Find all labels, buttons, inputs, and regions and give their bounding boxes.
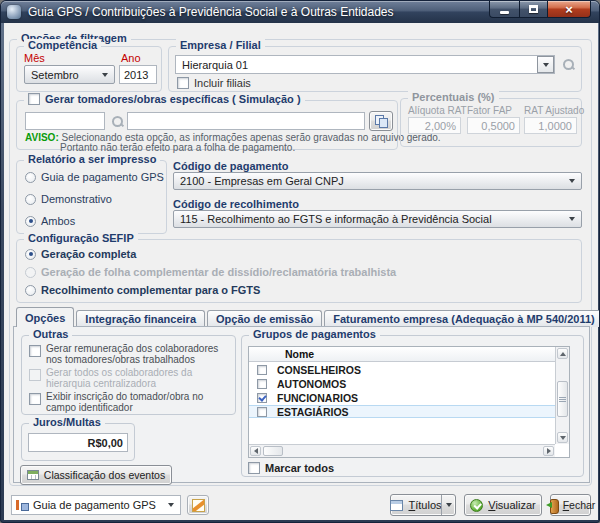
app-icon: [7, 5, 21, 19]
scroll-up-button[interactable]: [557, 348, 568, 359]
juros-multas-input[interactable]: R$0,00: [28, 433, 128, 452]
radio-icon[interactable]: [25, 216, 36, 227]
scroll-left-button[interactable]: [250, 446, 261, 456]
group-title: Juros/Multas: [29, 416, 105, 428]
tomador-code-input[interactable]: [25, 112, 105, 130]
chevron-down-icon: [569, 179, 575, 183]
group-title: Percentuais (%): [408, 91, 499, 103]
caption-buttons: ×: [489, 1, 591, 18]
titlebar[interactable]: Guia GPS / Contribuições à Previdência S…: [1, 1, 599, 23]
aliquota-rat-input: 2,00%: [408, 117, 461, 134]
tab-opcoes[interactable]: Opções: [16, 307, 74, 327]
year-label: Ano: [121, 52, 141, 64]
minimize-button[interactable]: [489, 1, 519, 18]
fechar-button[interactable]: Fechar: [550, 494, 591, 516]
scroll-right-button[interactable]: [543, 446, 554, 456]
titulos-dropdown-button[interactable]: [441, 495, 455, 515]
incluir-filiais-checkbox[interactable]: [177, 77, 189, 89]
classificacao-eventos-button[interactable]: Classificação dos eventos: [20, 465, 172, 485]
row-checkbox[interactable]: [257, 393, 267, 403]
codigo-recolhimento-select[interactable]: 115 - Recolhimento ao FGTS e informação …: [173, 210, 582, 228]
preview-check-icon: [470, 499, 483, 512]
checkbox-gerar-todos-hierarquia: Gerar todos os colaboradores da hierarqu…: [29, 367, 229, 389]
year-input[interactable]: 2013: [119, 65, 157, 84]
exit-door-icon: [546, 499, 559, 512]
dialog-window: Guia GPS / Contribuições à Previdência S…: [0, 0, 600, 523]
radio-icon[interactable]: [25, 249, 36, 260]
tab-opcao-emissao[interactable]: Opção de emissão: [207, 310, 322, 327]
arrow-left-icon: [254, 448, 258, 454]
radio-recolhimento-complementar[interactable]: Recolhimento complementar para o FGTS: [25, 284, 260, 296]
titulos-button[interactable]: Títulos: [390, 494, 456, 516]
table-row[interactable]: AUTONOMOS: [249, 377, 555, 390]
scroll-thumb[interactable]: [557, 381, 568, 417]
dialog-client-area: Opções de filtragem Competência Mês Ano …: [4, 23, 598, 520]
tab-pane-opcoes: Outras Gerar remuneração dos colaborador…: [13, 326, 590, 483]
month-label: Mês: [24, 52, 45, 64]
radio-icon[interactable]: [25, 194, 36, 205]
checkbox-exibir-inscricao[interactable]: Exibir inscrição do tomador/obra no camp…: [29, 391, 229, 413]
row-checkbox[interactable]: [257, 379, 267, 389]
codigo-pagamento-select[interactable]: 2100 - Empresas em Geral CNPJ: [173, 172, 582, 190]
group-title: Configuração SEFIP: [24, 232, 138, 244]
checkbox-gerar-remuneracao[interactable]: Gerar remuneração dos colaboradores nos …: [29, 343, 229, 365]
codigo-recolhimento-label: Código de recolhimento: [173, 198, 299, 210]
radio-icon[interactable]: [25, 172, 36, 183]
horizontal-scrollbar[interactable]: [249, 444, 555, 457]
checkbox-icon: [29, 369, 41, 381]
month-select[interactable]: Setembro: [24, 65, 115, 84]
group-percentuais: Percentuais (%) Alíquota RAT Fator FAP R…: [400, 98, 582, 147]
aviso-line2: Portanto não terão efeito para a folha d…: [60, 142, 295, 153]
column-header-nome: Nome: [249, 348, 314, 360]
dropdown-button[interactable]: [537, 56, 554, 73]
search-icon[interactable]: [562, 58, 575, 71]
edit-report-button[interactable]: [187, 495, 209, 515]
payment-groups-table: Nome CONSELHEIROS AUTONOMOS FUNCION: [248, 346, 570, 458]
group-title: Outras: [29, 328, 72, 340]
row-checkbox[interactable]: [257, 365, 267, 375]
tomador-name-input[interactable]: [127, 112, 365, 130]
simulacao-title-row[interactable]: Gerar tomadores/obras específicas ( Simu…: [24, 93, 305, 105]
close-button[interactable]: ×: [547, 1, 591, 18]
radio-geracao-completa[interactable]: Geração completa: [25, 248, 136, 260]
grip-icon: [559, 397, 566, 402]
codigo-pagamento-label: Código de pagamento: [173, 160, 289, 172]
radio-icon[interactable]: [25, 285, 36, 296]
simulacao-checkbox[interactable]: [28, 93, 40, 105]
visualizar-button[interactable]: Visualizar: [464, 494, 542, 516]
copy-icon: [375, 115, 387, 127]
marcar-todos-checkbox[interactable]: [248, 462, 260, 474]
checkbox-icon[interactable]: [29, 393, 41, 405]
empresa-select[interactable]: Hierarquia 01: [175, 55, 555, 74]
copy-button[interactable]: [369, 111, 393, 131]
maximize-button[interactable]: [519, 1, 547, 18]
incluir-filiais-option[interactable]: Incluir filiais: [177, 77, 251, 89]
report-type-select[interactable]: Guia de pagamento GPS: [11, 495, 181, 515]
table-row[interactable]: CONSELHEIROS: [249, 363, 555, 376]
scroll-down-button[interactable]: [557, 432, 568, 443]
radio-ambos[interactable]: Ambos: [25, 215, 75, 227]
row-checkbox[interactable]: [257, 407, 267, 417]
radio-guia-pagamento-gps[interactable]: Guia de pagamento GPS: [25, 171, 164, 183]
group-outras: Outras Gerar remuneração dos colaborador…: [21, 335, 236, 415]
table-row[interactable]: FUNCIONARIOS: [249, 391, 555, 404]
marcar-todos-option[interactable]: Marcar todos: [248, 462, 334, 474]
search-icon[interactable]: [111, 115, 124, 128]
chevron-down-icon: [543, 63, 549, 67]
fator-fap-label: Fator FAP: [467, 105, 512, 116]
table-row-selected[interactable]: ESTAGIÁRIOS: [249, 405, 555, 418]
aviso-label: AVISO:: [25, 132, 59, 143]
tab-integracao-financeira[interactable]: Integração financeira: [76, 310, 205, 327]
group-simulacao: Gerar tomadores/obras específicas ( Simu…: [16, 100, 398, 150]
radio-demonstrativo[interactable]: Demonstrativo: [25, 193, 112, 205]
chevron-down-icon: [569, 217, 575, 221]
scroll-thumb[interactable]: [263, 446, 283, 456]
edit-icon: [192, 499, 205, 512]
classification-icon: [27, 470, 39, 480]
footer-bar: Guia de pagamento GPS Títulos Visualizar…: [4, 488, 598, 520]
vertical-scrollbar[interactable]: [555, 347, 569, 444]
checkbox-icon[interactable]: [29, 345, 41, 357]
group-sefip: Configuração SEFIP Geração completa Gera…: [16, 239, 582, 303]
close-icon: ×: [565, 2, 573, 17]
tab-faturamento-empresa[interactable]: Faturamento empresa (Adequação à MP 540/…: [324, 310, 600, 327]
